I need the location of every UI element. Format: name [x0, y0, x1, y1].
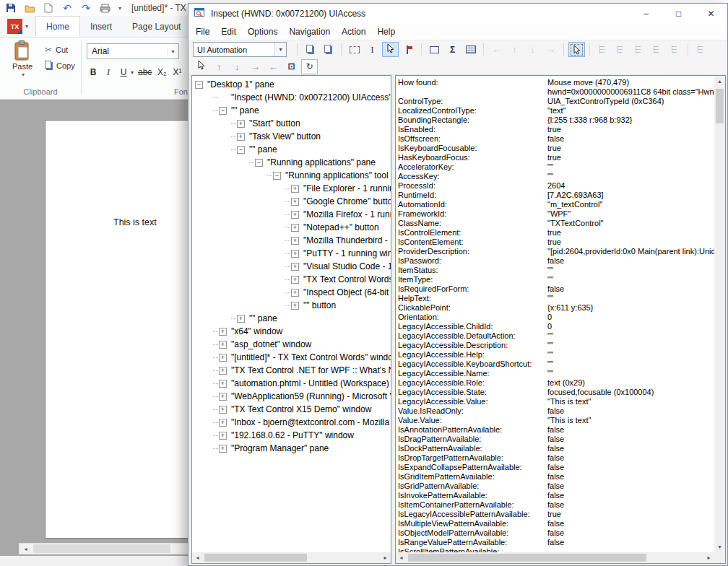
- nav-right-icon[interactable]: →: [542, 42, 559, 57]
- scroll-down-button[interactable]: ▾: [714, 541, 725, 552]
- caret-flag-icon[interactable]: [400, 42, 417, 57]
- goto-parent-icon[interactable]: ↑: [211, 59, 228, 74]
- expand-icon[interactable]: +: [219, 367, 227, 375]
- props-horizontal-scrollbar[interactable]: ◂ ▸: [396, 552, 714, 563]
- save-icon[interactable]: [4, 2, 17, 14]
- superscript-button[interactable]: X¹: [170, 65, 183, 79]
- tree-item[interactable]: +"" button: [192, 299, 391, 312]
- print-icon[interactable]: [98, 2, 111, 14]
- text-caret-icon[interactable]: I: [364, 42, 381, 57]
- file-menu-button[interactable]: TX ▾: [0, 16, 35, 37]
- minimize-button[interactable]: –: [630, 4, 662, 24]
- tree-item[interactable]: −"" pane: [192, 104, 391, 117]
- expand-icon[interactable]: +: [219, 341, 227, 349]
- expand-icon[interactable]: +: [237, 133, 245, 141]
- redo-icon[interactable]: ↷: [79, 2, 92, 14]
- tree-item[interactable]: −"Running applications" tool bar: [192, 169, 391, 182]
- chevron-down-icon[interactable]: ▾: [274, 43, 286, 56]
- expand-icon[interactable]: +: [291, 198, 299, 206]
- tree-item[interactable]: +"Task View" button: [192, 130, 391, 143]
- collapse-icon[interactable]: −: [273, 172, 281, 180]
- tree-item[interactable]: +"Inspect Object (64-bit UNICODE)" butto…: [192, 286, 391, 299]
- tree-item[interactable]: +"" pane: [192, 312, 391, 325]
- bounding-rect-icon[interactable]: [426, 42, 443, 57]
- mode-select[interactable]: UI Automation ▾: [193, 42, 287, 57]
- selection-rect-icon[interactable]: [346, 42, 363, 57]
- expand-icon[interactable]: +: [291, 276, 299, 284]
- expand-icon[interactable]: +: [219, 328, 227, 336]
- tree-item[interactable]: +"automation.phtml - Untitled (Workspace…: [192, 377, 391, 390]
- tree-item[interactable]: +"Mozilla Firefox - 1 running window" bu…: [192, 208, 391, 221]
- menu-options[interactable]: Options: [242, 27, 283, 37]
- props-vertical-scrollbar[interactable]: ▴ ▾: [714, 76, 725, 552]
- expand-icon[interactable]: +: [219, 354, 227, 362]
- collapse-icon[interactable]: −: [219, 107, 227, 115]
- italic-button[interactable]: I: [102, 65, 115, 79]
- tree-item[interactable]: +"192.168.0.62 - PuTTY" window: [192, 429, 391, 442]
- goto-first-child-icon[interactable]: ↓: [229, 59, 246, 74]
- expand-icon[interactable]: +: [291, 211, 299, 219]
- tree-item[interactable]: +"Start" button: [192, 117, 391, 130]
- close-button[interactable]: ✕: [695, 4, 727, 24]
- scrollbar-thumb[interactable]: [716, 89, 724, 123]
- strikethrough-button[interactable]: abc: [136, 65, 153, 79]
- nav-left-icon[interactable]: ←: [488, 42, 505, 57]
- quick-access-more-icon[interactable]: ▾: [118, 5, 121, 12]
- expand-icon[interactable]: +: [237, 120, 245, 128]
- tree-item[interactable]: +"x64" window: [192, 325, 391, 338]
- tree-settings-icon[interactable]: [667, 42, 683, 57]
- tree-item[interactable]: +"Inbox - bjoern@textcontrol.com - Mozil…: [192, 416, 391, 429]
- scrollbar-thumb[interactable]: [204, 554, 307, 562]
- expand-icon[interactable]: +: [291, 289, 299, 297]
- expand-icon[interactable]: +: [291, 237, 299, 245]
- properties-list[interactable]: How found:Mouse move (470,479)hwnd=0x000…: [396, 76, 714, 552]
- cut-button[interactable]: ✂ Cut: [45, 45, 68, 55]
- open-icon[interactable]: [23, 2, 36, 14]
- chevron-down-icon[interactable]: ▾: [131, 69, 134, 76]
- tree-item[interactable]: +"Google Chrome" button: [192, 195, 391, 208]
- tree-item[interactable]: +"[untitled]* - TX Text Control Words" w…: [192, 351, 391, 364]
- expand-icon[interactable]: +: [237, 315, 245, 323]
- collapse-icon[interactable]: −: [255, 159, 263, 167]
- tree-item[interactable]: −"Running applications" pane: [192, 156, 391, 169]
- paste-button[interactable]: Paste ▾: [6, 40, 39, 86]
- tab-insert[interactable]: Insert: [80, 16, 122, 37]
- tree-horizontal-scrollbar[interactable]: ◂ ▸: [192, 552, 391, 563]
- scroll-right-button[interactable]: ▸: [380, 552, 391, 563]
- highlight-rect-toggle-icon[interactable]: [568, 42, 585, 57]
- expand-icon[interactable]: +: [291, 302, 299, 310]
- tree-item[interactable]: +"Visual Studio Code - 1 running window"…: [192, 260, 391, 273]
- tree-filter-icon[interactable]: [649, 42, 665, 57]
- undo-icon[interactable]: ↶: [61, 2, 74, 14]
- tree-mode-control-icon[interactable]: [612, 42, 629, 57]
- expand-icon[interactable]: +: [219, 393, 227, 401]
- expand-icon[interactable]: +: [219, 432, 227, 440]
- chevron-down-icon[interactable]: ▾: [167, 48, 178, 55]
- nav-up-icon[interactable]: ↑: [506, 42, 523, 57]
- scroll-left-button[interactable]: ◂: [192, 552, 203, 563]
- expand-icon[interactable]: +: [219, 419, 227, 427]
- paste-dropdown-icon[interactable]: ▾: [22, 71, 25, 78]
- font-name-select[interactable]: Arial ▾: [87, 43, 179, 59]
- menu-file[interactable]: File: [190, 27, 215, 37]
- menu-navigation[interactable]: Navigation: [283, 27, 336, 37]
- menu-help[interactable]: Help: [371, 27, 401, 37]
- element-tree[interactable]: −"Desktop 1" pane"Inspect (HWND: 0x00721…: [192, 76, 391, 552]
- underline-button[interactable]: U: [117, 65, 130, 79]
- scroll-left-button[interactable]: ◂: [396, 552, 407, 563]
- tree-item[interactable]: +"Program Manager" pane: [192, 442, 391, 455]
- tree-item[interactable]: +"WebApplication59 (Running) - Microsoft…: [192, 390, 391, 403]
- tree-item[interactable]: −"" pane: [192, 143, 391, 156]
- tree-item[interactable]: −"Desktop 1" pane: [192, 78, 391, 91]
- menu-edit[interactable]: Edit: [215, 27, 242, 37]
- tree-item[interactable]: +"Notepad++" button: [192, 221, 391, 234]
- copy-button[interactable]: Copy: [45, 61, 75, 70]
- collapse-icon[interactable]: −: [195, 81, 203, 89]
- tab-page-layout[interactable]: Page Layout: [122, 16, 191, 37]
- refresh-icon[interactable]: ↻: [301, 59, 318, 74]
- maximize-button[interactable]: □: [662, 4, 695, 24]
- element-properties-icon[interactable]: [693, 42, 709, 57]
- nav-down-icon[interactable]: ↓: [524, 42, 541, 57]
- goto-prev-sibling-icon[interactable]: ←: [265, 59, 282, 74]
- document-text[interactable]: This is text: [113, 217, 157, 227]
